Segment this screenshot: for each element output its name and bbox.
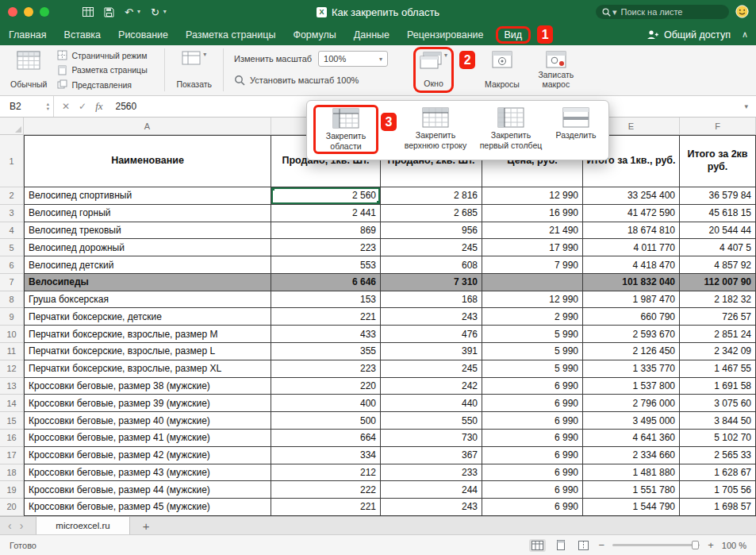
row-header-13[interactable]: 13 (0, 378, 24, 395)
cell-F4[interactable]: 20 544 44 (680, 222, 756, 240)
cell-F3[interactable]: 45 618 15 (680, 205, 756, 222)
cell-D5[interactable]: 17 990 (482, 239, 583, 256)
show-button[interactable]: ▾ Показать (172, 48, 216, 91)
cell-C15[interactable]: 550 (381, 412, 482, 430)
cell-E10[interactable]: 2 593 670 (583, 326, 680, 343)
row-header-12[interactable]: 12 (0, 360, 24, 378)
row-header-14[interactable]: 14 (0, 395, 24, 412)
cell-C3[interactable]: 2 685 (381, 205, 482, 222)
cell-A15[interactable]: Кроссовки беговые, размер 40 (мужские) (24, 412, 271, 430)
name-box[interactable]: B2 ▴ ▾ (0, 96, 54, 117)
cell-F5[interactable]: 4 407 5 (680, 239, 756, 256)
cell-B20[interactable]: 221 (271, 499, 381, 516)
cell-C20[interactable]: 243 (381, 499, 482, 516)
cell-C19[interactable]: 244 (381, 481, 482, 499)
cell-C13[interactable]: 242 (381, 378, 482, 395)
cell-E20[interactable]: 1 544 790 (583, 499, 680, 516)
cell-E11[interactable]: 2 126 450 (583, 343, 680, 360)
cell-A7[interactable]: Велосипеды (24, 274, 271, 291)
cell-C11[interactable]: 391 (381, 343, 482, 360)
row-header-15[interactable]: 15 (0, 412, 24, 430)
cell-E16[interactable]: 4 641 360 (583, 430, 680, 447)
cell-A2[interactable]: Велосипед спортивный (24, 187, 271, 205)
cell-B18[interactable]: 212 (271, 464, 381, 482)
cell-D3[interactable]: 16 990 (482, 205, 583, 222)
cell-F15[interactable]: 3 844 50 (680, 412, 756, 430)
sheet-tab-active[interactable]: microexcel.ru (36, 517, 129, 534)
zoom-slider[interactable] (612, 544, 700, 546)
toolbar-grid-icon[interactable] (83, 7, 94, 17)
cell-F2[interactable]: 36 579 84 (680, 187, 756, 205)
cell-B17[interactable]: 334 (271, 447, 381, 464)
cell-E14[interactable]: 2 796 000 (583, 395, 680, 412)
cell-F12[interactable]: 1 467 55 (680, 360, 756, 378)
cell-E2[interactable]: 33 254 400 (583, 187, 680, 205)
cell-A18[interactable]: Кроссовки беговые, размер 43 (мужские) (24, 464, 271, 482)
cell-A3[interactable]: Велосипед горный (24, 205, 271, 222)
undo-icon[interactable]: ↶ (125, 7, 133, 17)
cell-B13[interactable]: 220 (271, 378, 381, 395)
cell-A13[interactable]: Кроссовки беговые, размер 38 (мужские) (24, 378, 271, 395)
row-header-10[interactable]: 10 (0, 326, 24, 343)
column-header-A[interactable]: A (24, 118, 271, 135)
cell-F13[interactable]: 1 691 58 (680, 378, 756, 395)
formula-input[interactable]: 2560 (116, 101, 137, 112)
cell-A9[interactable]: Перчатки боксерские, детские (24, 308, 271, 326)
cell-D2[interactable]: 12 990 (482, 187, 583, 205)
cell-F19[interactable]: 1 705 56 (680, 481, 756, 499)
share-button[interactable]: Общий доступ ∧ (647, 29, 748, 40)
cell-B9[interactable]: 221 (271, 308, 381, 326)
cell-D15[interactable]: 6 990 (482, 412, 583, 430)
name-box-stepper[interactable]: ▴ ▾ (47, 102, 49, 111)
cell-B6[interactable]: 553 (271, 256, 381, 274)
cell-B10[interactable]: 433 (271, 326, 381, 343)
macros-button[interactable]: Макросы (481, 48, 524, 91)
row-header-4[interactable]: 4 (0, 222, 24, 240)
status-normal-view-button[interactable] (529, 539, 546, 552)
cell-A20[interactable]: Кроссовки беговые, размер 45 (мужские) (24, 499, 271, 516)
cell-B3[interactable]: 2 441 (271, 205, 381, 222)
header-cell-F[interactable]: Итого за 2кв руб. (680, 135, 756, 187)
cell-B14[interactable]: 400 (271, 395, 381, 412)
cell-C16[interactable]: 730 (381, 430, 482, 447)
feedback-smiley-button[interactable] (735, 5, 749, 21)
cell-A11[interactable]: Перчатки боксерские, взрослые, размер L (24, 343, 271, 360)
cell-F6[interactable]: 4 857 92 (680, 256, 756, 274)
cancel-entry-icon[interactable]: ✕ (62, 101, 70, 112)
cell-F20[interactable]: 1 698 57 (680, 499, 756, 516)
cell-E4[interactable]: 18 674 810 (583, 222, 680, 240)
cell-B2[interactable]: 2 560 (271, 187, 381, 205)
menu-item-freeze-first-column[interactable]: Закрепить первый столбец (472, 105, 550, 152)
tab-formulas[interactable]: Формулы (284, 27, 344, 43)
cell-D6[interactable]: 7 990 (482, 256, 583, 274)
zoom-combobox[interactable]: 100% ▾ (318, 51, 388, 67)
zoom-window-button[interactable] (40, 7, 49, 17)
row-header-17[interactable]: 17 (0, 447, 24, 464)
cell-D8[interactable]: 12 990 (482, 291, 583, 309)
cell-F9[interactable]: 726 57 (680, 308, 756, 326)
cell-C10[interactable]: 476 (381, 326, 482, 343)
cell-F10[interactable]: 2 851 24 (680, 326, 756, 343)
menu-item-freeze-top-row[interactable]: Закрепить верхнюю строку (399, 105, 472, 152)
cell-D20[interactable]: 6 990 (482, 499, 583, 516)
cell-E15[interactable]: 3 495 000 (583, 412, 680, 430)
select-all-corner[interactable] (0, 118, 24, 135)
cell-B11[interactable]: 355 (271, 343, 381, 360)
cell-D10[interactable]: 5 990 (482, 326, 583, 343)
window-button[interactable]: ▾ Окно 2 (413, 47, 454, 93)
zoom-out-button[interactable]: − (599, 540, 605, 550)
cell-F8[interactable]: 2 182 32 (680, 291, 756, 309)
cell-C4[interactable]: 956 (381, 222, 482, 240)
add-sheet-button[interactable]: + (143, 519, 150, 533)
custom-views-button[interactable]: Представления (57, 79, 157, 90)
status-page-layout-button[interactable] (554, 538, 568, 552)
zoom-100-button[interactable]: Установить масштаб 100% (234, 75, 402, 86)
cell-C6[interactable]: 608 (381, 256, 482, 274)
cell-A10[interactable]: Перчатки боксерские, взрослые, размер M (24, 326, 271, 343)
cell-C8[interactable]: 168 (381, 291, 482, 309)
cell-E18[interactable]: 1 481 880 (583, 464, 680, 482)
cell-F7[interactable]: 112 007 90 (680, 274, 756, 291)
menu-item-freeze-panes[interactable]: Закрепить области (313, 105, 378, 154)
search-input[interactable]: ▾ Поиск на листе (596, 5, 729, 19)
zoom-in-button[interactable]: + (708, 540, 714, 550)
